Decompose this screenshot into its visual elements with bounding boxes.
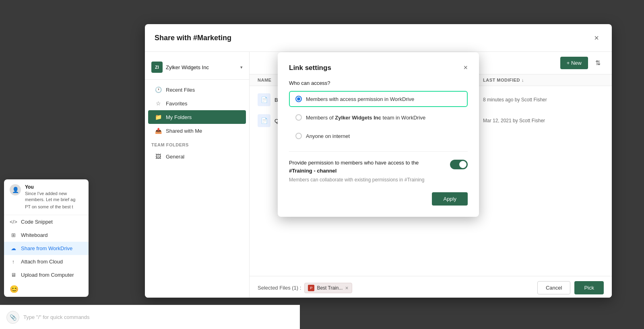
radio-label: Members of Zylker Widgets Inc team in Wo… [306,115,425,121]
cloud-upload-icon: ↑ [10,259,17,265]
sidebar-item-shared[interactable]: 📤 Shared with Me [148,124,246,138]
selected-file-chip: P Best Train... × [304,283,352,293]
chat-message-preview: Since I've added new members. Let me bri… [25,191,83,203]
cancel-button[interactable]: Cancel [537,281,570,294]
chip-file-name: Best Train... [317,285,343,291]
sort-down-icon: ↓ [522,78,524,82]
sidebar-item-label: Favorites [166,101,187,107]
star-icon: ☆ [155,100,162,107]
org-name: Zylker Widgets Inc [166,64,237,70]
selected-files-row: Selected Files (1) : P Best Train... × [258,283,352,293]
toggle-knob [459,161,466,168]
radio-label: Anyone on internet [306,133,350,139]
code-icon: </> [10,219,17,225]
emoji-display: 😊 [4,282,89,297]
sidebar-item-label: Recent Files [166,87,195,93]
ls-title: Link settings [289,64,331,72]
chat-input-bar: 📎 Type "/" for quick commands [0,305,300,329]
avatar: 👤 [10,184,21,195]
team-folder-icon: 🖼 [155,153,162,160]
paperclip-icon: 📎 [10,314,17,321]
radio-anyone[interactable]: Anyone on internet [289,128,468,144]
divider [289,151,468,152]
file-icon: 📄 [258,93,270,106]
file-modified: Mar 12, 2021 by Scott Fisher [483,118,604,123]
radio-circle [295,114,302,121]
modal-title: Share with #Marketing [155,34,231,42]
menu-item-upload-computer[interactable]: 🖥 Upload from Computer [4,268,89,282]
radio-circle [295,133,302,139]
selected-files-label: Selected Files (1) : [258,285,301,291]
col-modified-header: LAST MODIFIED ↓ [483,78,604,82]
new-button[interactable]: + New [560,57,588,69]
workdrive-sidebar: ZI Zylker Widgets Inc ▾ 🕐 Recent Files ☆… [145,52,250,298]
radio-members-access[interactable]: Members with access permission in WorkDr… [289,91,468,107]
permission-text: Provide permission to members who have a… [289,159,445,183]
modal-close-button[interactable]: × [591,32,602,43]
radio-label: Members with access permission in WorkDr… [306,96,414,102]
chat-message-preview2: PT on some of the best t [25,204,83,210]
sidebar-item-label: Shared with Me [166,128,202,134]
chat-input-placeholder: Type "/" for quick commands [23,314,90,320]
permission-label: Provide permission to members who have a… [289,159,445,175]
bottom-bar: Selected Files (1) : P Best Train... × C… [250,276,612,298]
sidebar-item-my-folders[interactable]: 📁 My Folders [148,110,246,124]
org-avatar: ZI [151,62,163,73]
permission-channel: #Training - channel [289,168,336,174]
sort-button[interactable]: ⇅ [592,58,604,68]
who-can-access-label: Who can access? [289,80,468,86]
sidebar-item-label: My Folders [166,114,192,120]
menu-item-label: Code Snippet [21,219,53,225]
sidebar-item-recent[interactable]: 🕐 Recent Files [148,83,246,97]
ls-header: Link settings × [289,64,468,72]
modal-header: Share with #Marketing × [145,24,612,52]
permission-row: Provide permission to members who have a… [289,159,468,183]
link-settings-dialog: Link settings × Who can access? Members … [278,52,479,217]
computer-icon: 🖥 [10,272,17,278]
apply-button[interactable]: Apply [432,192,468,206]
menu-item-share-workdrive[interactable]: ☁ Share from WorkDrive [4,242,89,255]
sidebar-item-label: General [166,154,184,160]
bottom-actions: Cancel Pick [537,281,604,294]
radio-members-team[interactable]: Members of Zylker Widgets Inc team in Wo… [289,109,468,125]
menu-item-attach-cloud[interactable]: ↑ Attach from Cloud [4,255,89,268]
file-icon: 📄 [258,114,270,127]
menu-item-label: Share from WorkDrive [21,245,72,251]
sort-icon: ⇅ [595,60,601,66]
permission-toggle[interactable] [450,160,468,169]
org-selector[interactable]: ZI Zylker Widgets Inc ▾ [145,58,249,80]
ls-close-button[interactable]: × [463,64,468,72]
share-icon: 📤 [155,127,162,134]
team-folders-label: TEAM FOLDERS [145,138,249,150]
menu-item-label: Whiteboard [21,232,47,238]
chat-username: You [25,184,83,190]
file-modified: 8 minutes ago by Scott Fisher [483,97,604,103]
sidebar-item-general[interactable]: 🖼 General [148,150,246,163]
radio-circle-checked [295,96,302,102]
chat-user-info: You Since I've added new members. Let me… [25,184,83,210]
attach-button[interactable]: 📎 [6,311,19,324]
menu-item-label: Attach from Cloud [21,259,63,265]
workdrive-icon: ☁ [10,245,17,251]
whiteboard-icon: ⊞ [10,232,17,238]
chip-remove-button[interactable]: × [345,285,348,291]
folder-icon: 📁 [155,114,162,120]
clock-icon: 🕐 [155,86,162,93]
chevron-down-icon: ▾ [240,65,243,70]
sidebar-item-favorites[interactable]: ☆ Favorites [148,97,246,110]
pick-button[interactable]: Pick [574,281,604,294]
menu-item-whiteboard[interactable]: ⊞ Whiteboard [4,228,89,242]
menu-item-code-snippet[interactable]: </> Code Snippet [4,215,89,228]
chat-attachment-popup: 👤 You Since I've added new members. Let … [4,179,89,297]
chat-user-row: 👤 You Since I've added new members. Let … [4,179,89,215]
permission-sublabel: Members can collaborate with existing pe… [289,177,445,183]
chip-file-icon: P [308,285,314,291]
menu-item-label: Upload from Computer [21,272,74,278]
